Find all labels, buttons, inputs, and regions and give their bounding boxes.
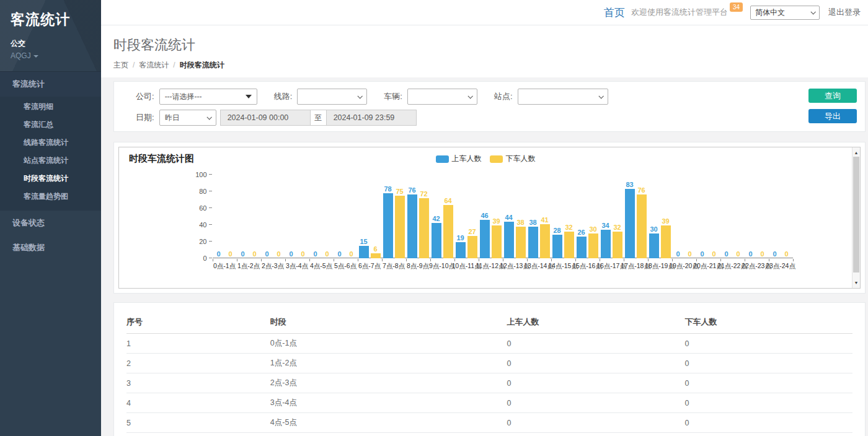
sidebar-section: 客流统计客流明细客流汇总线路客流统计站点客流统计时段客流统计客流量趋势图 <box>0 71 101 211</box>
bar-group: 3432 <box>600 175 624 258</box>
table-cell: 4 <box>126 393 270 413</box>
bar-value-label: 0 <box>228 250 232 258</box>
chart-container: 时段车流统计图 上车人数下车人数 020406080100 0000000000… <box>118 147 861 289</box>
bar-value-label: 27 <box>468 228 476 235</box>
bar-series-0: 0 <box>673 175 683 258</box>
language-select[interactable]: 简体中文 <box>750 6 820 20</box>
line-select[interactable] <box>297 89 367 105</box>
x-tick-label: 3点-4点 <box>285 262 309 271</box>
x-tick-label: 7点-8点 <box>382 262 406 271</box>
table-header-cell: 时段 <box>270 310 507 334</box>
axis-tick <box>261 259 262 261</box>
bar <box>443 205 453 258</box>
sidebar-nav: 客流统计客流明细客流汇总线路客流统计站点客流统计时段客流统计客流量趋势图设备状态… <box>0 71 101 260</box>
sidebar-subitem[interactable]: 时段客流统计 <box>0 170 101 188</box>
bar-value-label: 30 <box>589 225 596 233</box>
y-tick-label: 60 <box>199 204 206 212</box>
bar-group: 00 <box>237 175 261 258</box>
table-row: 10点-1点00 <box>126 334 852 354</box>
y-tick-mark <box>209 174 212 175</box>
vehicle-select[interactable] <box>407 89 477 105</box>
chart-panel: 时段车流统计图 上车人数下车人数 020406080100 0000000000… <box>113 142 866 294</box>
bar-group: 1927 <box>454 175 479 258</box>
bar-group: 00 <box>720 175 745 258</box>
bar-series-1: 0 <box>782 175 792 258</box>
bar-group: 3039 <box>648 175 672 258</box>
table-cell: 0 <box>684 393 852 413</box>
scrollbar-thumb[interactable] <box>853 157 859 272</box>
home-link[interactable]: 首页 <box>604 6 625 20</box>
y-tick-mark <box>209 191 212 191</box>
logout-link[interactable]: 退出登录 <box>828 7 861 18</box>
scroll-up-arrow-icon[interactable]: ▲ <box>852 149 860 157</box>
filter-panel: 公司: ---请选择--- 线路: 车辆: <box>113 81 866 132</box>
date-preset-select[interactable]: 昨日 <box>159 110 216 126</box>
x-tick-label: 5点-6点 <box>334 262 358 271</box>
date-preset-value: 昨日 <box>165 113 180 123</box>
date-from-input[interactable]: 2024-01-09 00:00 <box>220 110 311 126</box>
sidebar-subitem[interactable]: 客流量趋势图 <box>0 188 101 206</box>
bar-value-label: 76 <box>637 186 645 194</box>
breadcrumb-item[interactable]: 主页 <box>113 61 128 69</box>
bar <box>492 225 502 258</box>
bar-value-label: 0 <box>760 250 764 258</box>
sidebar: 客流统计 公交 AQGJ 客流统计客流明细客流汇总线路客流统计站点客流统计时段客… <box>0 0 101 436</box>
x-tick-label: 22点-23点 <box>745 262 769 271</box>
table-cell: 0 <box>507 354 685 373</box>
sidebar-subitem[interactable]: 线路客流统计 <box>0 134 101 152</box>
company-select[interactable]: ---请选择--- <box>159 89 257 105</box>
bar-group: 7875 <box>382 175 406 258</box>
chevron-down-icon <box>467 94 472 98</box>
sidebar-subitem[interactable]: 客流汇总 <box>0 116 101 134</box>
x-tick-label: 6点-7点 <box>358 262 382 271</box>
table-cell: 0 <box>684 433 852 436</box>
axis-tick <box>406 259 407 261</box>
org-name: 公交 <box>11 38 101 49</box>
bar-value-label: 0 <box>265 250 268 258</box>
bar <box>552 235 562 258</box>
axis-tick <box>334 259 334 261</box>
bar-value-label: 44 <box>505 214 512 221</box>
sidebar-subitem[interactable]: 客流明细 <box>0 98 101 116</box>
page-heading: 时段客流统计 主页/客流统计/时段客流统计 <box>101 25 868 77</box>
breadcrumb-separator: / <box>133 61 135 69</box>
axis-tick <box>358 259 358 261</box>
query-button[interactable]: 查询 <box>808 89 857 103</box>
bar-group: 7672 <box>406 175 430 258</box>
bar <box>637 194 647 258</box>
bar <box>456 242 466 258</box>
sidebar-subitem[interactable]: 站点客流统计 <box>0 152 101 170</box>
bar-series-0: 76 <box>407 175 417 258</box>
bar-value-label: 28 <box>553 227 560 234</box>
bar-series-1: 39 <box>661 175 671 258</box>
breadcrumb-item[interactable]: 客流统计 <box>139 61 169 69</box>
bar-series-0: 0 <box>698 175 707 258</box>
export-button[interactable]: 导出 <box>808 109 857 123</box>
date-to-input[interactable]: 2024-01-09 23:59 <box>326 110 417 126</box>
bar-group: 00 <box>745 175 769 258</box>
scroll-down-arrow-icon[interactable]: ▼ <box>852 279 860 287</box>
bar-group: 00 <box>213 175 237 258</box>
bar-value-label: 34 <box>601 222 609 229</box>
bar <box>383 193 393 258</box>
bar-value-label: 26 <box>577 229 585 236</box>
notification-badge[interactable]: 34 <box>730 2 743 12</box>
user-dropdown[interactable]: AQGJ <box>11 51 101 60</box>
bar-series-1: 32 <box>613 175 622 258</box>
bar <box>577 237 587 258</box>
chart-scrollbar[interactable]: ▲ ▼ <box>852 147 860 288</box>
bar-value-label: 0 <box>325 250 329 258</box>
table-cell: 0 <box>507 433 685 436</box>
x-tick-label: 23点-24点 <box>769 262 793 271</box>
dropdown-arrow-icon <box>246 95 252 98</box>
sidebar-item[interactable]: 基础数据 <box>0 235 101 260</box>
sidebar-item[interactable]: 设备状态 <box>0 211 101 235</box>
bar-series-0: 42 <box>432 175 441 258</box>
station-select[interactable] <box>518 89 608 105</box>
company-label: 公司: <box>136 91 154 102</box>
y-tick-mark <box>209 241 212 242</box>
filter-buttons: 查询 导出 <box>808 89 857 123</box>
table-cell: 0 <box>507 393 685 413</box>
stats-table: 序号时段上车人数下车人数 10点-1点0021点-2点0032点-3点0043点… <box>126 310 852 436</box>
sidebar-item[interactable]: 客流统计 <box>0 71 101 97</box>
